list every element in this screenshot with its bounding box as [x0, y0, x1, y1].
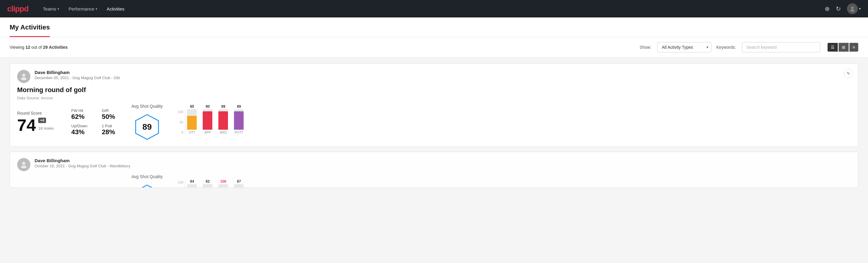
nav-item-performance[interactable]: Performance ▾: [69, 6, 97, 11]
bar-putt-outer-2: [234, 184, 244, 188]
activity-type-dropdown-wrapper: All Activity Types ▾: [657, 42, 711, 52]
user-avatar-menu[interactable]: ▾: [847, 3, 861, 14]
chevron-down-icon: ▾: [57, 7, 59, 10]
bar-app-outer-2: [203, 184, 212, 188]
bar-ott-outer: [187, 109, 197, 130]
grid-view-button[interactable]: ⊞: [839, 43, 849, 52]
page-title: My Activities: [10, 18, 50, 37]
bar-putt: 89 PUTT: [234, 105, 244, 134]
logo[interactable]: clippd: [7, 4, 29, 13]
edit-button[interactable]: ✎: [844, 68, 853, 78]
bar-putt-fill: [234, 111, 244, 130]
card-user-info: Dave Billingham December 05, 2021 - Gog …: [35, 70, 120, 80]
bar-ott: 85 OTT: [187, 105, 197, 134]
viewing-count: 12: [26, 45, 30, 50]
user-date: October 16, 2021 - Gog Magog Golf Club -…: [35, 164, 130, 168]
view-toggle: ☰ ⊞ ≡: [828, 43, 858, 52]
avg-shot-section: Avg Shot Quality 89: [131, 104, 851, 141]
stat-group-left-2: FW Hit 43%: [71, 187, 86, 188]
viewing-suffix: Activities: [49, 45, 68, 50]
round-score-section: Round Score 74 +4 18 Holes: [17, 111, 71, 134]
avg-shot-label: Avg Shot Quality: [131, 104, 163, 109]
card-body: Round Score 74 +4 18 Holes FW Hit 62%: [17, 104, 851, 141]
card-header: Dave Billingham October 16, 2021 - Gog M…: [17, 158, 851, 171]
bar-arg-fill: [218, 111, 228, 130]
list-view-button[interactable]: ☰: [828, 43, 838, 52]
bar-app: 90 APP: [203, 105, 212, 134]
gir-value: 50%: [102, 113, 115, 121]
svg-marker-7: [136, 185, 158, 188]
svg-point-0: [851, 7, 854, 9]
bar-putt-outer: [234, 109, 244, 130]
stat-group-right: GIR 50% 1 Putt 28%: [102, 108, 115, 136]
activity-card: Dave Billingham October 16, 2021 - Gog M…: [10, 152, 858, 188]
user-avatar: [17, 158, 30, 171]
gir-label: GIR: [102, 108, 115, 113]
bar-app-2: 82: [203, 179, 212, 188]
bar-app-value: 90: [206, 105, 210, 109]
bar-arg-outer-2: [218, 184, 228, 188]
bar-putt-value-2: 87: [237, 179, 241, 183]
oneputt-value: 28%: [102, 128, 115, 136]
gir-label-2: GIR: [100, 187, 110, 188]
card-title: Morning round of golf: [17, 86, 851, 94]
svg-point-1: [850, 9, 855, 12]
filter-bar: Viewing 12 out of 29 Activities Show: Al…: [0, 37, 868, 57]
bar-arg-2: 106: [218, 179, 228, 188]
card-body-2: Round Score FW Hit 43% GIR 56% Avg Shot …: [17, 174, 851, 188]
updown-label: Up/Down: [71, 124, 87, 128]
keyword-search-input[interactable]: [742, 42, 820, 52]
fw-hit-label-2: FW Hit: [71, 187, 86, 188]
hexagon-wrapper-2: [131, 184, 163, 188]
oneputt-stat: 1 Putt 28%: [102, 124, 115, 136]
nav-item-teams[interactable]: Teams ▾: [43, 6, 59, 11]
bar-putt-label: PUTT: [235, 130, 243, 134]
viewing-total: 29: [43, 45, 48, 50]
bar-app-outer: [203, 109, 212, 130]
card-user-info: Dave Billingham October 16, 2021 - Gog M…: [35, 158, 130, 168]
bar-ott-outer-2: [187, 184, 197, 188]
card-header: Dave Billingham December 05, 2021 - Gog …: [17, 70, 851, 83]
keywords-label: Keywords:: [716, 45, 736, 50]
user-avatar: [17, 70, 30, 83]
bar-putt-value: 89: [237, 105, 241, 109]
oneputt-label: 1 Putt: [102, 124, 115, 128]
stat-group-right-2: GIR 56%: [100, 187, 110, 188]
nav-label-teams: Teams: [43, 6, 56, 11]
bar-putt-2: 87: [234, 179, 244, 188]
bar-ott-value: 85: [190, 105, 194, 109]
card-source: Data Source: Arccos: [17, 96, 851, 100]
nav-item-activities[interactable]: Activities: [107, 6, 125, 11]
avg-shot-left-2: Avg Shot Quality: [131, 174, 163, 188]
avatar: [847, 3, 858, 14]
updown-value: 43%: [71, 128, 87, 136]
bar-chart: 100 50 0 85 OTT: [172, 110, 851, 134]
nav-label-activities: Activities: [107, 6, 125, 11]
compact-view-button[interactable]: ≡: [849, 43, 858, 52]
avg-shot-section-2: Avg Shot Quality 100: [131, 174, 851, 188]
user-date: December 05, 2021 - Gog Magog Golf Club …: [35, 76, 120, 80]
activity-card: ✎ Dave Billingham December 05, 2021 - Go…: [10, 63, 858, 147]
activity-type-dropdown[interactable]: All Activity Types: [657, 42, 711, 52]
gir-stat: GIR 50%: [102, 108, 115, 121]
nav-icons: ⊕ ↻ ▾: [825, 3, 861, 14]
fw-gir-stats: FW Hit 62% Up/Down 43% GIR 50% 1 Putt: [71, 108, 131, 136]
score-holes: 18 Holes: [38, 126, 54, 130]
bar-arg-outer: [218, 109, 228, 130]
bar-arg-value-2: 106: [220, 179, 226, 183]
round-score-label: Round Score: [17, 111, 71, 116]
bar-ott-label: OTT: [189, 130, 195, 134]
refresh-icon[interactable]: ↻: [836, 5, 841, 12]
add-icon[interactable]: ⊕: [825, 5, 830, 12]
navbar: clippd Teams ▾ Performance ▾ Activities …: [0, 0, 868, 18]
svg-point-3: [21, 77, 27, 80]
hexagon-wrapper: 89: [131, 113, 163, 141]
stat-group-left: FW Hit 62% Up/Down 43%: [71, 108, 87, 136]
bar-ott-fill: [187, 116, 197, 130]
hexagon-2: [133, 184, 161, 188]
fw-hit-label: FW Hit: [71, 108, 87, 113]
bar-ott-2: 94: [187, 179, 197, 188]
avg-shot-left: Avg Shot Quality 89: [131, 104, 163, 141]
user-name: Dave Billingham: [35, 70, 120, 75]
bar-ott-value-2: 94: [190, 179, 194, 183]
